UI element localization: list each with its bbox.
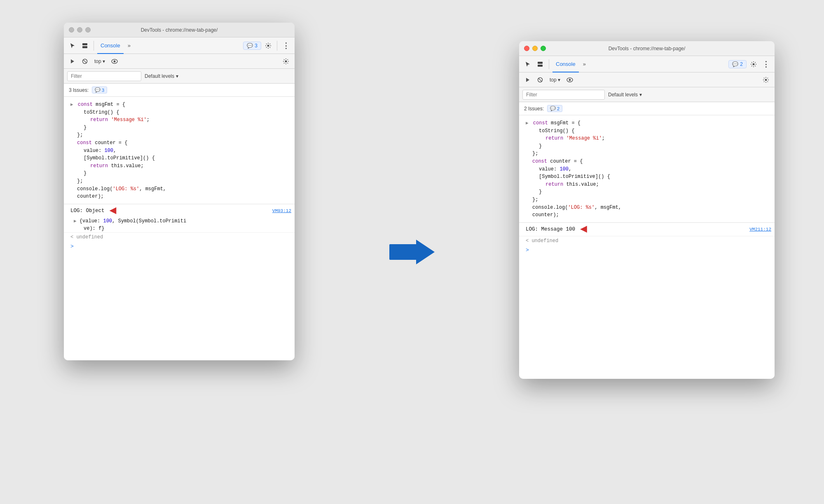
svg-point-17 [765,79,767,81]
left-obj-expand[interactable]: ▶ [74,219,77,224]
code-line-12: console.log('LOG: %s', msgFmt, [70,185,288,193]
left-console-tab[interactable]: Console [97,37,124,54]
right-ban-icon[interactable] [535,75,545,85]
left-log-obj: ▶ {value: 100, Symbol(Symbol.toPrimiti [64,217,295,225]
minimize-button[interactable] [77,27,82,33]
code-line-9: return this.value; [70,162,288,170]
right-eye-icon[interactable] [564,75,575,85]
right-settings-icon[interactable] [748,59,759,70]
right-maximize-button[interactable] [541,46,546,51]
svg-point-16 [569,79,571,81]
left-issues-text: 3 Issues: [69,87,89,93]
left-filterbar: Default levels ▾ [64,69,295,84]
right-tab-more[interactable]: » [581,61,588,67]
right-expand-icon-1[interactable]: ▶ [526,121,529,126]
cursor-icon[interactable] [67,40,78,51]
right-traffic-lights [524,46,546,51]
code-line-3: return 'Message %i'; [70,116,288,124]
maximize-button[interactable] [85,27,91,33]
svg-point-2 [267,44,269,47]
left-eye-icon[interactable] [109,56,120,67]
right-layers-icon[interactable] [535,59,545,70]
left-filter-input[interactable] [67,71,141,81]
layers-icon[interactable] [80,40,90,51]
right-issues-text: 2 Issues: [524,106,544,112]
left-settings-icon[interactable] [263,40,274,51]
left-issues-badge: 💬 3 [92,86,107,93]
left-vm-link[interactable]: VM93:12 [272,208,291,213]
left-toolbar2-gear[interactable] [281,56,291,67]
right-minimize-button[interactable] [532,46,538,51]
right-divider-1 [549,59,549,69]
code-line-10: } [70,170,288,177]
close-button[interactable] [69,27,74,33]
left-toolbar2: top ▾ [64,54,295,69]
left-more-icon[interactable]: ⋮ [281,40,291,51]
right-code-line-6: const counter = { [526,158,768,166]
right-console-tab[interactable]: Console [552,56,579,72]
right-prompt[interactable]: > [519,245,775,255]
left-undefined: < undefined [64,232,295,242]
right-chat-icon: 💬 [732,61,738,67]
code-line-5: }; [70,131,288,139]
right-code-line-12: console.log('LOG: %s', msgFmt, [526,204,768,212]
right-issues-chat-icon: 💬 [550,106,556,111]
code-line-11: }; [70,177,288,185]
right-issues-badge-btn[interactable]: 💬 2 [728,60,747,68]
chevron-down-icon: ▾ [103,58,105,64]
svg-line-5 [83,60,87,63]
expand-icon-1[interactable]: ▶ [70,102,73,107]
right-close-button[interactable] [524,46,529,51]
svg-rect-0 [82,43,87,45]
right-log-line: LOG: Message 100 ◀ VM211:12 [519,222,775,236]
right-code-line-9: return this.value; [526,181,768,189]
right-code-block: ▶ const msgFmt = { toString() { return '… [519,119,775,220]
left-prompt[interactable]: > [64,242,295,251]
left-ban-icon[interactable] [80,56,90,67]
code-line-13: counter); [70,193,288,201]
code-line-4: } [70,124,288,132]
default-levels-chevron: ▾ [176,73,178,79]
right-code-line-7: value: 100, [526,166,768,173]
chat-icon: 💬 [247,43,253,49]
left-traffic-lights [69,27,91,33]
code-line-1: ▶ const msgFmt = { [70,101,288,109]
left-top-selector[interactable]: top ▾ [92,58,108,65]
right-default-levels[interactable]: Default levels ▾ [608,92,642,98]
left-tab-more[interactable]: » [125,42,133,49]
left-issues-bar: 3 Issues: 💬 3 [64,84,295,97]
right-undefined: < undefined [519,236,775,245]
blue-arrow-container [389,240,435,264]
code-line-6: const counter = { [70,139,288,147]
right-titlebar: DevTools - chrome://new-tab-page/ [519,41,775,56]
svg-rect-1 [82,46,87,48]
right-cursor-icon[interactable] [522,59,533,70]
code-line-2: toString() { [70,109,288,117]
right-code-line-11: }; [526,196,768,204]
right-code-line-13: counter); [526,211,768,219]
right-issues-badge: 💬 2 [547,105,562,112]
right-more-icon[interactable]: ⋮ [761,59,771,70]
right-filterbar: Default levels ▾ [519,87,775,102]
right-top-selector[interactable]: top ▾ [547,76,563,84]
right-toolbar2-gear[interactable] [761,75,771,85]
left-window-title: DevTools - chrome://new-tab-page/ [141,27,218,33]
left-devtools-window: DevTools - chrome://new-tab-page/ Consol… [64,23,295,360]
right-vm-link[interactable]: VM211:12 [749,227,771,232]
right-red-arrow-icon: ◀ [580,224,587,235]
svg-rect-10 [538,65,543,67]
right-code-line-4: } [526,142,768,150]
left-titlebar: DevTools - chrome://new-tab-page/ [64,23,295,37]
right-filter-input[interactable] [522,90,605,100]
toolbar-divider-2 [277,41,277,51]
svg-marker-3 [71,59,74,63]
right-play-icon[interactable] [522,75,533,85]
right-issues-bar: 2 Issues: 💬 2 [519,102,775,115]
left-default-levels[interactable]: Default levels ▾ [145,73,178,79]
left-log-line: LOG: Object ◀ VM93:12 [64,204,295,217]
code-line-8: [Symbol.toPrimitive]() { [70,154,288,162]
left-play-icon[interactable] [67,56,78,67]
left-issues-badge-btn[interactable]: 💬 3 [243,42,261,50]
svg-rect-9 [538,62,543,64]
right-toolbar2: top ▾ [519,72,775,87]
